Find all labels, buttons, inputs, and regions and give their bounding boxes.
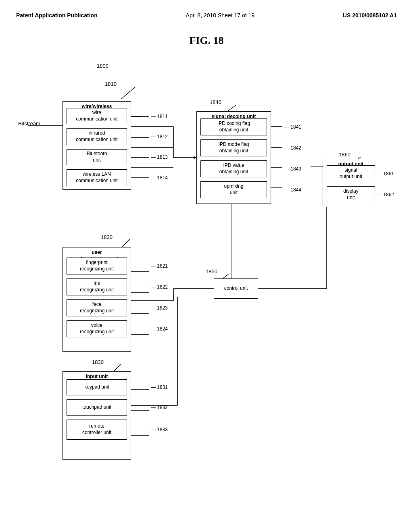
bitstream-label: Bitstream: [18, 121, 40, 127]
infrared-comm-box: infraredcommunication unit: [67, 128, 127, 145]
ipd-value-box: IPD valueobtaining unit: [200, 160, 267, 177]
display-box: displayunit: [327, 186, 375, 203]
ref-1820: 1820: [101, 234, 113, 240]
ref-1862: — 1862: [377, 192, 394, 197]
svg-marker-13: [194, 156, 196, 159]
control-unit-box: control unit: [214, 278, 258, 299]
ref-1814: — 1814: [151, 175, 168, 181]
ref-1810: 1810: [105, 81, 117, 87]
ref-1824: — 1824: [151, 326, 168, 332]
ref-1830: 1830: [92, 359, 104, 365]
ref-1860: 1860: [339, 152, 350, 158]
ref-1821: — 1821: [151, 263, 168, 269]
ipd-mode-box: IPD mode flagobtaining unit: [200, 139, 267, 156]
ref-1843: — 1843: [284, 166, 301, 172]
ref-1831: — 1831: [151, 384, 168, 390]
header-left: Patent Application Publication: [16, 12, 98, 19]
ref-1840: 1840: [210, 99, 221, 105]
figure-title: FIG. 18: [16, 35, 397, 47]
wireless-lan-box: wireless LANcommunication unit: [67, 169, 127, 186]
iris-box: irisrecognizing unit: [67, 278, 127, 295]
wire-comm-box: wirecommunication unit: [67, 108, 127, 124]
bluetooth-box: Bluetoothunit: [67, 149, 127, 165]
ref-1811: — 1811: [151, 114, 168, 119]
remote-controller-box: remotecontroller unit: [67, 420, 127, 440]
keypad-box: keypad unit: [67, 379, 127, 395]
ref-1841: — 1841: [284, 124, 301, 130]
ref-1844: — 1844: [284, 187, 301, 193]
ref-1822: — 1822: [151, 284, 168, 290]
ref-1800: 1800: [97, 63, 108, 69]
ref-1850: 1850: [206, 268, 217, 274]
ref-1833: — 1833: [151, 427, 168, 432]
ipd-coding-box: IPD coding flagobtaining unit: [200, 118, 267, 135]
touchpad-box: touchpad unit: [67, 399, 127, 416]
ref-1842: — 1842: [284, 145, 301, 151]
face-box: facerecognizing unit: [67, 299, 127, 316]
ref-1823: — 1823: [151, 305, 168, 311]
page: Patent Application Publication Apr. 8, 2…: [0, 0, 413, 532]
ref-1832: — 1832: [151, 405, 168, 410]
svg-line-41: [121, 87, 135, 99]
ref-1861: — 1861: [377, 171, 394, 177]
voice-box: voicerecognizing unit: [67, 320, 127, 337]
header-right: US 2010/0085102 A1: [343, 12, 397, 19]
ref-1812: — 1812: [151, 134, 168, 139]
header-center: Apr. 8, 2010 Sheet 17 of 19: [186, 12, 254, 19]
diagram-container: 1800 Bitstream 1810 wire/wirelesscommuni…: [16, 59, 403, 522]
signal-output-box: signaloutput unit: [327, 165, 375, 182]
ref-1813: — 1813: [151, 154, 168, 160]
fingerprint-box: fingerprintrecognizing unit: [67, 258, 127, 274]
page-header: Patent Application Publication Apr. 8, 2…: [16, 8, 397, 27]
upmixing-box: upmixingunit: [200, 181, 267, 198]
